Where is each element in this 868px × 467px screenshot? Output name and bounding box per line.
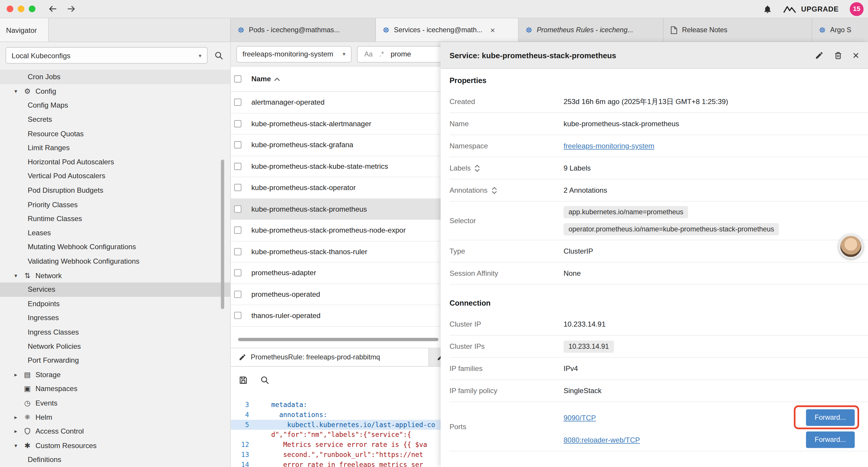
port-link[interactable]: 8080:reloader-web/TCP	[563, 436, 640, 444]
sidebar-item-resource-quotas[interactable]: Resource Quotas	[0, 126, 230, 141]
sidebar-item-ingresses[interactable]: Ingresses	[0, 311, 230, 325]
sidebar-item-priority-classes[interactable]: Priority Classes	[0, 198, 230, 212]
kubeconfig-select[interactable]: Local Kubeconfigs ▾	[6, 47, 208, 63]
sidebar-item-cron-jobs[interactable]: Cron Jobs	[0, 70, 230, 84]
chevron-right-icon[interactable]: ▸	[12, 414, 19, 420]
forward-button[interactable]: Forward...	[806, 409, 855, 426]
chevron-down-icon[interactable]: ▾	[12, 442, 19, 449]
service-name: prometheus-adapter	[251, 269, 316, 277]
notification-count-badge[interactable]: 15	[850, 2, 864, 16]
app-tab-release-notes[interactable]: Release Notes	[664, 18, 812, 42]
app-tab-prometheus-rules-icecheng[interactable]: ☸Prometheus Rules - icecheng...	[519, 18, 664, 42]
sidebar-item-vertical-pod-autoscalers[interactable]: Vertical Pod Autoscalers	[0, 169, 230, 183]
sidebar-item-leases[interactable]: Leases	[0, 226, 230, 240]
select-all-checkbox[interactable]	[234, 76, 241, 83]
sidebar-item-access-control[interactable]: ▸Access Control	[0, 424, 230, 438]
namespace-select[interactable]: freeleaps-monitoring-system ▾	[236, 46, 351, 62]
notification-bell-icon[interactable]	[763, 4, 772, 13]
sidebar-item-network[interactable]: ▾⇅Network	[0, 268, 230, 282]
app-tab-pods-icecheng-mathmas[interactable]: ☸Pods - icecheng@mathmas...	[231, 18, 376, 42]
unfold-icon[interactable]	[474, 164, 480, 172]
row-checkbox[interactable]	[234, 141, 241, 148]
sidebar-item-helm[interactable]: ▸⎈Helm	[0, 410, 230, 424]
row-checkbox[interactable]	[234, 248, 241, 255]
sidebar-scrollbar[interactable]	[221, 159, 224, 309]
delete-icon[interactable]	[834, 51, 843, 59]
sidebar-item-limit-ranges[interactable]: Limit Ranges	[0, 141, 230, 155]
sort-asc-icon[interactable]	[274, 77, 280, 81]
sidebar-item-config[interactable]: ▾⚙Config	[0, 84, 230, 98]
sidebar-item-namespaces[interactable]: ▣Namespaces	[0, 382, 230, 396]
regex-toggle[interactable]: .*	[379, 50, 384, 58]
edit-icon[interactable]	[815, 51, 824, 59]
editor-search-icon[interactable]	[260, 375, 270, 384]
chevron-down-icon[interactable]: ▾	[12, 272, 19, 279]
forward-arrow-icon[interactable]	[66, 4, 76, 14]
document-icon	[670, 26, 677, 34]
sidebar-item-config-maps[interactable]: Config Maps	[0, 98, 230, 112]
sidebar-item-secrets[interactable]: Secrets	[0, 112, 230, 126]
navigator-tab[interactable]: Navigator	[0, 18, 49, 42]
sidebar-item-runtime-classes[interactable]: Runtime Classes	[0, 212, 230, 226]
sidebar-item-pod-disruption-budgets[interactable]: Pod Disruption Budgets	[0, 183, 230, 198]
row-checkbox[interactable]	[234, 184, 241, 191]
detail-value: IPv4	[563, 364, 578, 373]
save-icon[interactable]	[239, 375, 248, 384]
editor-tab-prometheusrule-freeleaps-prod-rabbitmq[interactable]: PrometheusRule: freeleaps-prod-rabbitmq	[231, 348, 429, 366]
row-checkbox[interactable]	[234, 269, 241, 276]
kubeconfig-select-value: Local Kubeconfigs	[11, 51, 70, 59]
search-icon[interactable]	[214, 51, 224, 60]
minimize-window-button[interactable]	[18, 6, 24, 12]
sidebar-item-network-policies[interactable]: Network Policies	[0, 339, 230, 353]
row-checkbox[interactable]	[234, 120, 241, 127]
sidebar-item-endpoints[interactable]: Endpoints	[0, 296, 230, 311]
horizontal-scrollbar[interactable]	[238, 338, 438, 341]
close-tab-icon[interactable]: ×	[490, 26, 495, 34]
column-header-name[interactable]: Name	[251, 75, 271, 83]
sidebar-item-label: Definitions	[28, 456, 61, 464]
storage-icon: ▤	[23, 370, 32, 379]
sidebar-item-storage[interactable]: ▸▤Storage	[0, 368, 230, 382]
namespace-link[interactable]: freeleaps-monitoring-system	[563, 142, 654, 150]
value-badge: 10.233.14.91	[563, 340, 614, 352]
sidebar-item-services[interactable]: Services	[0, 282, 230, 296]
sidebar-item-port-forwarding[interactable]: Port Forwarding	[0, 353, 230, 368]
row-checkbox[interactable]	[234, 205, 241, 212]
detail-label: Cluster IPs	[450, 342, 563, 351]
close-icon[interactable]: ×	[852, 50, 859, 61]
detail-panel-title: Service: kube-prometheus-stack-prometheu…	[450, 51, 805, 59]
app-tab-services-icecheng-math[interactable]: ☸Services - icecheng@math...×	[376, 18, 519, 42]
line-number: 14	[231, 460, 255, 467]
sidebar-item-horizontal-pod-autoscalers[interactable]: Horizontal Pod Autoscalers	[0, 155, 230, 169]
sidebar-item-validating-webhook-configurations[interactable]: Validating Webhook Configurations	[0, 254, 230, 268]
chevron-right-icon[interactable]: ▸	[12, 428, 19, 435]
app-tab-argo-s[interactable]: ☸Argo S	[812, 18, 868, 42]
port-link[interactable]: 9090/TCP	[563, 413, 596, 422]
maximize-window-button[interactable]	[29, 6, 35, 12]
sidebar-item-custom-resources[interactable]: ▾✱Custom Resources	[0, 438, 230, 453]
row-checkbox[interactable]	[234, 291, 241, 298]
sidebar-item-definitions[interactable]: Definitions	[0, 453, 230, 467]
sidebar-item-events[interactable]: ◷Events	[0, 396, 230, 410]
unfold-icon[interactable]	[491, 186, 497, 194]
topbar-right: UPGRADE 15	[763, 2, 861, 16]
chevron-right-icon[interactable]: ▸	[12, 372, 19, 378]
kubernetes-icon: ☸	[238, 26, 245, 34]
sidebar-item-ingress-classes[interactable]: Ingress Classes	[0, 325, 230, 339]
row-checkbox[interactable]	[234, 163, 241, 170]
tab-label: Services - icecheng@math...	[394, 26, 483, 34]
detail-value: 2 Annotations	[563, 186, 607, 195]
close-window-button[interactable]	[6, 6, 13, 12]
chevron-down-icon[interactable]: ▾	[12, 88, 19, 94]
presenter-avatar	[839, 234, 863, 259]
row-checkbox[interactable]	[234, 227, 241, 234]
match-case-toggle[interactable]: Aa	[364, 50, 373, 58]
row-checkbox[interactable]	[234, 99, 241, 106]
service-name: thanos-ruler-operated	[251, 311, 320, 320]
row-checkbox[interactable]	[234, 312, 241, 319]
upgrade-button[interactable]: UPGRADE	[783, 5, 839, 13]
forward-button[interactable]: Forward...	[806, 432, 855, 448]
sidebar-item-mutating-webhook-configurations[interactable]: Mutating Webhook Configurations	[0, 240, 230, 254]
back-arrow-icon[interactable]	[48, 4, 58, 14]
sidebar-item-label: Port Forwarding	[28, 356, 79, 364]
